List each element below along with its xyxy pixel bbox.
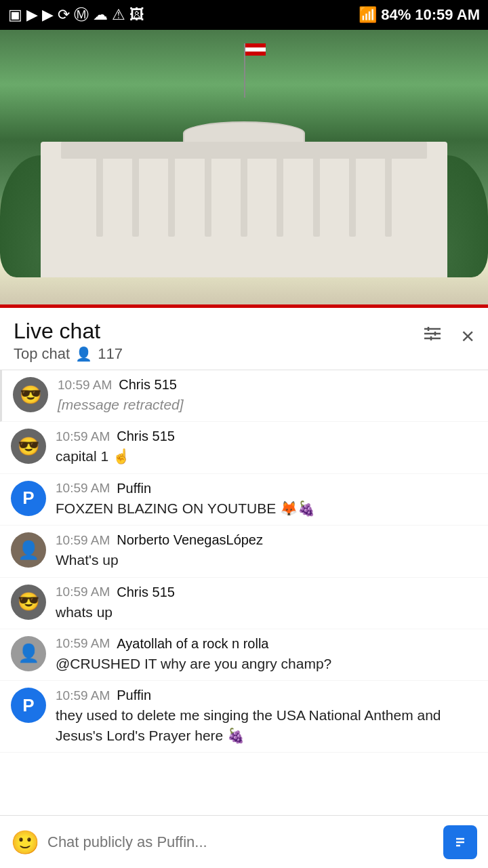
chat-message: 👤 10:59 AM Norberto VenegasLópez What's … [0, 526, 488, 577]
message-time: 10:59 AM [56, 533, 110, 548]
message-content: 10:59 AM Chris 515 capital 1 ☝️ [56, 429, 477, 466]
message-author: Chris 515 [117, 585, 175, 600]
video-player[interactable] [0, 30, 488, 304]
status-right-info: 📶 84% 10:59 AM [359, 6, 480, 24]
chat-header: Live chat Top chat 👤 117 × [0, 308, 488, 370]
chat-messages-list: 😎 10:59 AM Chris 515 [message retracted]… [0, 370, 488, 753]
message-text: they used to delete me singing the USA N… [56, 705, 477, 745]
chat-message: 😎 10:59 AM Chris 515 [message retracted] [0, 370, 488, 422]
message-text: FOXZEN BLAZING ON YOUTUBE 🦊🍇 [56, 498, 477, 518]
chat-input-bar: 🙂 [0, 815, 488, 868]
chat-message: 👤 10:59 AM Ayatollah of a rock n rolla @… [0, 629, 488, 681]
avatar: 😎 [11, 429, 46, 464]
message-meta: 10:59 AM Chris 515 [56, 585, 477, 600]
message-content: 10:59 AM Puffin they used to delete me s… [56, 688, 477, 745]
play-icon2: ▶ [42, 6, 54, 24]
status-bar: ▣ ▶ ▶ ⟳ Ⓜ ☁ ⚠ 🖼 📶 84% 10:59 AM [0, 0, 488, 30]
message-content: 10:59 AM Chris 515 [message retracted] [58, 377, 477, 414]
message-author: Puffin [117, 481, 151, 496]
flag [245, 43, 266, 56]
message-content: 10:59 AM Norberto VenegasLópez What's up [56, 532, 477, 570]
emoji-button[interactable]: 🙂 [11, 829, 39, 856]
message-content: 10:59 AM Chris 515 whats up [56, 585, 477, 622]
message-time: 10:59 AM [56, 636, 110, 651]
message-author: Puffin [117, 688, 151, 703]
notification-icon: ▣ [8, 6, 22, 24]
message-time: 10:59 AM [56, 429, 110, 444]
message-meta: 10:59 AM Puffin [56, 688, 477, 703]
avatar: 👤 [11, 636, 46, 671]
message-author: Chris 515 [117, 429, 175, 444]
message-author: Chris 515 [119, 377, 177, 393]
image-icon: 🖼 [129, 6, 144, 24]
chat-subtitle: Top chat 👤 117 [14, 345, 123, 363]
cloud-icon: ☁ [93, 6, 108, 24]
viewer-count: 117 [98, 345, 123, 363]
battery-text: 84% [381, 6, 411, 24]
wifi-icon: 📶 [359, 6, 377, 24]
message-meta: 10:59 AM Ayatollah of a rock n rolla [56, 636, 477, 652]
viewer-icon: 👤 [75, 346, 92, 362]
message-author: Ayatollah of a rock n rolla [117, 636, 268, 652]
app-icon: Ⓜ [74, 5, 89, 25]
message-text: What's up [56, 550, 477, 570]
avatar: 😎 [11, 585, 46, 620]
sync-icon: ⟳ [58, 6, 70, 24]
chat-header-left: Live chat Top chat 👤 117 [14, 319, 123, 363]
message-time: 10:59 AM [58, 378, 112, 393]
time-text: 10:59 AM [415, 6, 480, 24]
chat-input[interactable] [47, 833, 435, 851]
message-time: 10:59 AM [56, 688, 110, 703]
avatar: 😎 [13, 377, 48, 412]
close-icon[interactable]: × [461, 323, 474, 349]
play-icon: ▶ [26, 6, 38, 24]
message-time: 10:59 AM [56, 585, 110, 599]
message-text: capital 1 ☝️ [56, 446, 477, 466]
top-chat-label[interactable]: Top chat [14, 345, 70, 363]
chat-message: P 10:59 AM Puffin FOXZEN BLAZING ON YOUT… [0, 474, 488, 526]
chat-title: Live chat [14, 319, 123, 344]
message-time: 10:59 AM [56, 481, 110, 496]
message-meta: 10:59 AM Norberto VenegasLópez [56, 532, 477, 548]
status-left-icons: ▣ ▶ ▶ ⟳ Ⓜ ☁ ⚠ 🖼 [8, 5, 144, 25]
message-meta: 10:59 AM Chris 515 [58, 377, 477, 393]
message-meta: 10:59 AM Puffin [56, 481, 477, 496]
chat-message: 😎 10:59 AM Chris 515 capital 1 ☝️ [0, 422, 488, 473]
message-text: whats up [56, 602, 477, 622]
columns [81, 155, 407, 237]
main-content: Live chat Top chat 👤 117 × [0, 308, 488, 806]
message-author: Norberto VenegasLópez [117, 532, 263, 548]
filter-icon[interactable] [423, 324, 442, 348]
avatar: P [11, 481, 46, 516]
message-text: @CRUSHED IT why are you angry champ? [56, 654, 477, 673]
avatar: P [11, 688, 46, 723]
avatar: 👤 [11, 532, 46, 568]
send-button[interactable] [443, 825, 477, 859]
alert-icon: ⚠ [112, 6, 125, 24]
message-text: [message retracted] [58, 395, 477, 414]
message-content: 10:59 AM Ayatollah of a rock n rolla @CR… [56, 636, 477, 673]
chat-message: 😎 10:59 AM Chris 515 whats up [0, 578, 488, 629]
message-meta: 10:59 AM Chris 515 [56, 429, 477, 444]
message-content: 10:59 AM Puffin FOXZEN BLAZING ON YOUTUB… [56, 481, 477, 518]
white-house-building [41, 142, 447, 277]
chat-header-icons: × [423, 323, 474, 349]
chat-message: P 10:59 AM Puffin they used to delete me… [0, 681, 488, 753]
